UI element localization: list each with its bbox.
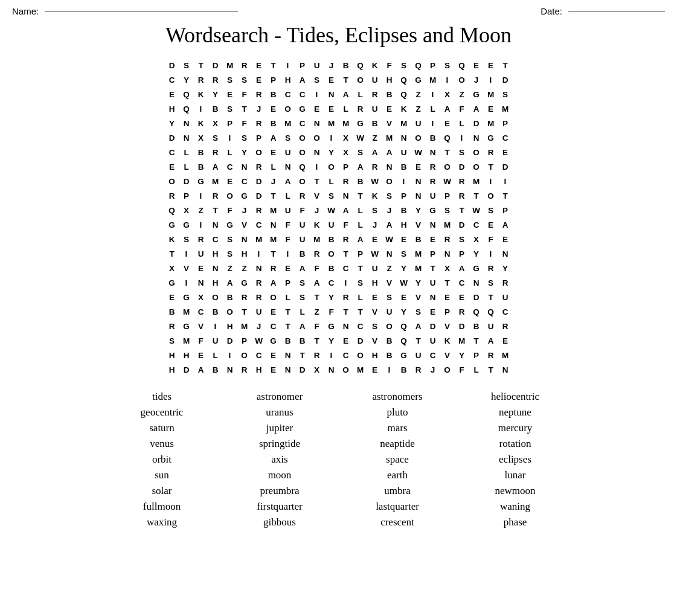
grid-cell: E xyxy=(499,233,512,246)
grid-cell: T xyxy=(267,59,280,72)
grid-cell: B xyxy=(397,204,411,217)
grid-cell: E xyxy=(165,290,179,304)
grid-cell: N xyxy=(238,160,251,173)
grid-cell: C xyxy=(209,233,222,246)
grid-cell: W xyxy=(368,175,382,188)
grid-cell: I xyxy=(426,117,440,130)
grid-cell: E xyxy=(426,305,440,318)
grid-cell: N xyxy=(426,290,440,304)
grid-cell: I xyxy=(281,247,295,260)
grid-cell: R xyxy=(252,204,266,217)
grid-cell: E xyxy=(194,348,208,362)
word-item: mars xyxy=(342,422,454,434)
grid-cell: G xyxy=(325,319,338,333)
grid-cell: C xyxy=(426,348,440,362)
grid-cell: V xyxy=(310,189,324,202)
grid-cell: P xyxy=(426,59,440,72)
grid-cell: X xyxy=(209,117,222,130)
word-item: jupiter xyxy=(224,422,336,434)
grid-cell: I xyxy=(455,131,469,144)
grid-cell: S xyxy=(455,146,469,159)
grid-cell: Z xyxy=(368,131,382,144)
grid-cell: E xyxy=(499,146,512,159)
grid-cell: O xyxy=(484,189,498,202)
word-item: crescent xyxy=(342,516,454,528)
grid-cell: A xyxy=(296,261,309,275)
grid-cell: N xyxy=(267,218,280,231)
grid-cell: V xyxy=(180,261,193,275)
word-list-section: tidesastronomerastronomersheliocentricge… xyxy=(0,391,677,528)
grid-cell: U xyxy=(368,102,382,115)
grid-cell: M xyxy=(354,363,367,376)
grid-cell: I xyxy=(180,247,193,260)
grid-cell: H xyxy=(238,247,251,260)
grid-cell: I xyxy=(484,175,498,188)
grid-cell: J xyxy=(368,218,382,231)
grid-cell: J xyxy=(325,59,338,72)
grid-cell: L xyxy=(354,88,367,101)
grid-cell: C xyxy=(499,131,512,144)
grid-cell: U xyxy=(281,146,295,159)
grid-cell: T xyxy=(484,290,498,304)
grid-cell: V xyxy=(238,218,251,231)
grid-cell: B xyxy=(296,247,309,260)
grid-cell: E xyxy=(252,73,266,86)
grid-cell: I xyxy=(325,131,338,144)
grid-cell: G xyxy=(470,88,483,101)
grid-cell: A xyxy=(354,160,367,173)
date-label: Date: xyxy=(541,6,562,16)
grid-cell: U xyxy=(310,59,324,72)
grid-cell: B xyxy=(470,319,483,333)
grid-cell: B xyxy=(426,131,440,144)
grid-cell: O xyxy=(238,348,251,362)
grid-cell: N xyxy=(412,175,425,188)
grid-cell: L xyxy=(209,348,222,362)
grid-cell: J xyxy=(383,204,396,217)
grid-cell: Z xyxy=(223,261,237,275)
grid-cell: F xyxy=(339,218,353,231)
grid-cell: I xyxy=(325,348,338,362)
grid-cell: T xyxy=(238,102,251,115)
word-item: waxing xyxy=(106,516,218,528)
grid-cell: Q xyxy=(397,88,411,101)
word-item: tides xyxy=(106,391,218,403)
grid-cell: I xyxy=(397,175,411,188)
grid-cell: P xyxy=(426,247,440,260)
name-label: Name: xyxy=(12,6,39,16)
date-field: Date: xyxy=(541,6,665,16)
grid-cell: E xyxy=(339,334,353,347)
grid-cell: J xyxy=(310,204,324,217)
grid-cell: V xyxy=(368,305,382,318)
grid-cell: J xyxy=(426,363,440,376)
grid-cell: A xyxy=(383,146,396,159)
grid-cell: R xyxy=(426,160,440,173)
grid-cell: E xyxy=(252,59,266,72)
word-item: sun xyxy=(106,469,218,481)
grid-cell: S xyxy=(397,59,411,72)
grid-cell: E xyxy=(368,233,382,246)
grid-cell: W xyxy=(470,204,483,217)
grid-cell: F xyxy=(325,305,338,318)
grid-cell: R xyxy=(165,189,179,202)
grid-cell: F xyxy=(194,334,208,347)
grid-cell: S xyxy=(368,204,382,217)
grid-cell: A xyxy=(441,102,454,115)
grid-cell: Z xyxy=(310,305,324,318)
grid-cell: E xyxy=(368,363,382,376)
grid-cell: I xyxy=(281,59,295,72)
grid-cell: I xyxy=(252,247,266,260)
grid-cell: R xyxy=(484,261,498,275)
grid-cell: M xyxy=(397,117,411,130)
grid-cell: E xyxy=(383,102,396,115)
grid-cell: B xyxy=(194,146,208,159)
grid-cell: Q xyxy=(354,59,367,72)
grid-cell: T xyxy=(267,247,280,260)
grid-cell: A xyxy=(296,73,309,86)
grid-cell: O xyxy=(296,131,309,144)
grid-cell: D xyxy=(470,290,483,304)
grid-cell: D xyxy=(165,59,179,72)
grid-cell: P xyxy=(441,305,454,318)
grid-cell: Y xyxy=(180,73,193,86)
grid-cell: C xyxy=(281,88,295,101)
grid-cell: F xyxy=(310,261,324,275)
